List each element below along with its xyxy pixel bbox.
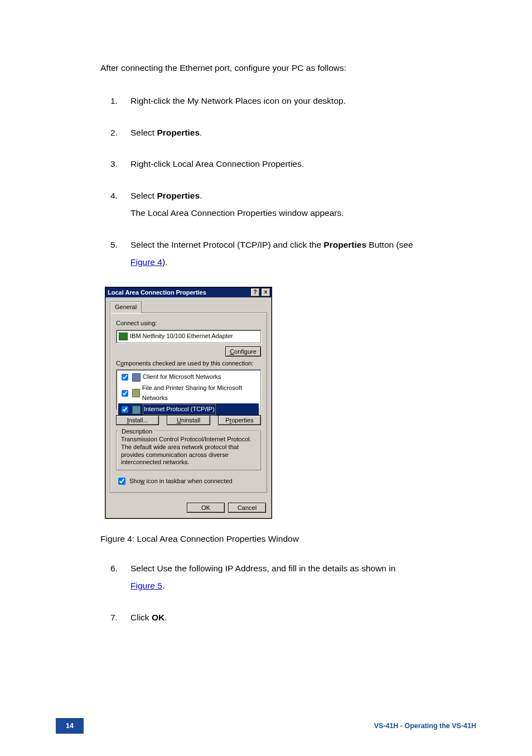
client-icon xyxy=(132,373,141,382)
component-checkbox[interactable] xyxy=(122,390,128,397)
tab-general[interactable]: General xyxy=(110,301,142,313)
properties-button[interactable]: Properties xyxy=(218,415,261,425)
step-item: 1.Right-click the My Network Places icon… xyxy=(110,94,476,112)
step-line: Right-click the My Network Places icon o… xyxy=(130,94,476,108)
text: . xyxy=(165,613,167,622)
component-item[interactable]: Client for Microsoft Networks xyxy=(118,372,259,383)
show-icon-label: Show icon in taskbar when connected xyxy=(129,476,233,487)
footer-right-text: VS-41H - Operating the VS-41H xyxy=(374,720,476,731)
install-button[interactable]: Install... xyxy=(116,415,159,425)
step-number: 2. xyxy=(110,126,130,143)
text: Right-click the My Network Places icon o… xyxy=(130,96,346,105)
step-line: Select Use the following IP Address, and… xyxy=(130,562,476,576)
bold-text: Properties xyxy=(157,128,200,137)
page-number: 14 xyxy=(56,718,84,734)
component-label: File and Printer Sharing for Microsoft N… xyxy=(142,383,258,403)
text: Select xyxy=(130,128,157,137)
adapter-name: IBM Netfinity 10/100 Ethernet Adapter xyxy=(130,331,233,341)
step-body: Select Properties. xyxy=(130,126,476,143)
text: Right-click Local Area Connection Proper… xyxy=(130,159,304,168)
show-icon-checkbox[interactable] xyxy=(118,478,125,485)
step-line: The Local Area Connection Properties win… xyxy=(130,206,476,220)
tcp-icon xyxy=(132,406,141,414)
text: The Local Area Connection Properties win… xyxy=(130,208,344,218)
bold-text: OK xyxy=(152,613,165,622)
component-label: Internet Protocol (TCP/IP) xyxy=(143,404,216,415)
step-body: Right-click Local Area Connection Proper… xyxy=(130,157,476,175)
ok-button[interactable]: OK xyxy=(187,503,225,513)
component-item[interactable]: File and Printer Sharing for Microsoft N… xyxy=(118,383,259,403)
step-number: 3. xyxy=(110,157,130,175)
step-item: 5.Select the Internet Protocol (TCP/IP) … xyxy=(110,238,476,273)
step-body: Click OK. xyxy=(130,611,476,628)
components-list[interactable]: Client for Microsoft NetworksFile and Pr… xyxy=(116,369,261,410)
description-group: Description Transmission Control Protoco… xyxy=(116,431,261,470)
step-number: 5. xyxy=(110,238,130,273)
connect-using-label: Connect using: xyxy=(116,319,261,329)
text: ). xyxy=(162,257,167,267)
lac-properties-dialog: Local Area Connection Properties ? × Gen… xyxy=(105,287,272,519)
dialog-titlebar: Local Area Connection Properties ? × xyxy=(105,287,272,297)
step-line: Click OK. xyxy=(130,611,476,625)
step-item: 2.Select Properties. xyxy=(110,126,476,143)
step-number: 7. xyxy=(110,611,130,628)
step-item: 7.Click OK. xyxy=(110,611,476,628)
text: Click xyxy=(130,613,152,622)
description-text: Transmission Control Protocol/Internet P… xyxy=(121,436,256,466)
component-label: Client for Microsoft Networks xyxy=(143,372,221,382)
step-number: 4. xyxy=(110,189,130,224)
steps-list-2: 6.Select Use the following IP Address, a… xyxy=(110,562,476,628)
figure-link[interactable]: Figure 5 xyxy=(130,581,162,590)
step-body: Right-click the My Network Places icon o… xyxy=(130,94,476,112)
step-line: Select Properties. xyxy=(130,189,476,203)
uninstall-button[interactable]: Uninstall xyxy=(167,415,210,425)
step-line: Figure 4). xyxy=(130,256,476,269)
figure-caption: Figure 4: Local Area Connection Properti… xyxy=(100,532,476,546)
steps-list-1: 1.Right-click the My Network Places icon… xyxy=(110,94,476,273)
component-checkbox[interactable] xyxy=(122,406,128,413)
component-item[interactable]: Internet Protocol (TCP/IP) xyxy=(118,403,259,416)
bold-text: Properties xyxy=(157,191,200,200)
step-body: Select Use the following IP Address, and… xyxy=(130,562,476,596)
text: Select xyxy=(130,191,157,200)
components-label: Components checked are used by this conn… xyxy=(116,359,261,369)
configure-button[interactable]: Configure xyxy=(225,346,261,357)
text: . xyxy=(200,128,202,137)
description-title: Description xyxy=(120,427,154,437)
text: Select the Internet Protocol (TCP/IP) an… xyxy=(130,240,323,249)
dialog-title-text: Local Area Connection Properties xyxy=(108,288,206,298)
text: . xyxy=(162,581,165,590)
bold-text: Properties xyxy=(323,240,366,249)
text: Select Use the following IP Address, and… xyxy=(130,564,395,573)
intro-text: After connecting the Ethernet port, conf… xyxy=(100,61,476,75)
nic-icon xyxy=(119,333,128,340)
step-line: Figure 5. xyxy=(130,579,476,593)
step-item: 6.Select Use the following IP Address, a… xyxy=(110,562,476,596)
step-body: Select Properties.The Local Area Connect… xyxy=(130,189,476,224)
printer-icon xyxy=(132,389,140,397)
show-icon-row[interactable]: Show icon in taskbar when connected xyxy=(116,476,261,487)
step-number: 6. xyxy=(110,562,130,596)
text: . xyxy=(200,191,202,200)
step-body: Select the Internet Protocol (TCP/IP) an… xyxy=(130,238,476,273)
text: Button (see xyxy=(366,240,413,249)
step-number: 1. xyxy=(110,94,130,112)
step-line: Right-click Local Area Connection Proper… xyxy=(130,157,476,171)
figure-link[interactable]: Figure 4 xyxy=(130,257,162,267)
component-checkbox[interactable] xyxy=(122,374,128,381)
close-icon[interactable]: × xyxy=(261,288,270,297)
step-item: 4.Select Properties.The Local Area Conne… xyxy=(110,189,476,224)
adapter-field: IBM Netfinity 10/100 Ethernet Adapter xyxy=(116,330,261,343)
help-icon[interactable]: ? xyxy=(250,288,260,297)
page-footer: 14 VS-41H - Operating the VS-41H xyxy=(0,718,532,734)
step-item: 3.Right-click Local Area Connection Prop… xyxy=(110,157,476,175)
cancel-button[interactable]: Cancel xyxy=(228,503,266,513)
step-line: Select the Internet Protocol (TCP/IP) an… xyxy=(130,238,476,252)
step-line: Select Properties. xyxy=(130,126,476,140)
